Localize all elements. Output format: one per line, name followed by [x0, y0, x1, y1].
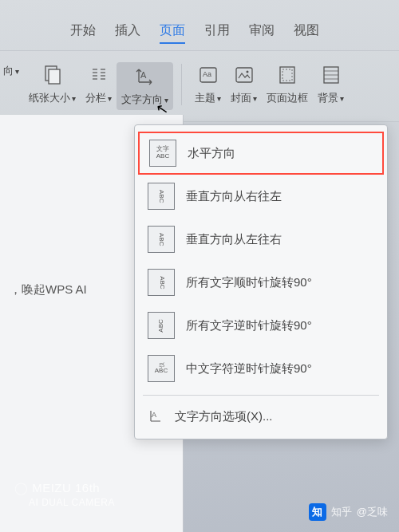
- chevron-down-icon: ▾: [108, 94, 112, 103]
- cover-button[interactable]: 封面▾: [226, 62, 262, 107]
- vertical-rtl-icon: ABC: [148, 183, 175, 210]
- toolbar-separator: [181, 64, 182, 105]
- chevron-down-icon: ▾: [164, 96, 168, 104]
- svg-rect-13: [236, 68, 252, 82]
- toolbar: 向▾ 纸张大小▾ 分栏▾ A 文字方向▾ Aa 主题▾: [0, 50, 399, 122]
- chevron-down-icon: ▾: [217, 94, 221, 103]
- background-icon: [320, 64, 342, 86]
- camera-sub: AI DUAL CAMERA: [29, 496, 115, 510]
- svg-rect-1: [49, 69, 60, 84]
- text-direction-button[interactable]: A 文字方向▾: [117, 62, 173, 110]
- ribbon-tabs: 开始 插入 页面 引用 审阅 视图: [0, 0, 399, 50]
- cover-icon: [233, 64, 255, 86]
- dd-label: 水平方向: [188, 146, 235, 161]
- paper-size-button[interactable]: 纸张大小▾: [24, 62, 81, 107]
- dropdown-separator: [143, 395, 379, 396]
- dd-horizontal[interactable]: 文字ABC 水平方向: [138, 132, 384, 175]
- tab-reference[interactable]: 引用: [204, 22, 230, 44]
- tab-page[interactable]: 页面: [160, 22, 185, 44]
- dd-vertical-ltr[interactable]: ABC 垂直方向从左往右: [135, 218, 387, 261]
- dd-label: 垂直方向从右往左: [186, 189, 282, 204]
- cjk-ccw-icon: 仅ABC: [148, 355, 175, 382]
- brand-text: ◯ MEIZU 16th: [14, 479, 115, 496]
- dd-vertical-rtl[interactable]: ABC 垂直方向从右往左: [135, 175, 387, 218]
- horizontal-icon: 文字ABC: [149, 140, 176, 167]
- zhihu-watermark: 知 知乎 @乏味: [309, 503, 388, 521]
- author-text: @乏味: [357, 505, 388, 519]
- chevron-down-icon: ▾: [340, 94, 344, 103]
- background-button[interactable]: 背景▾: [313, 62, 349, 107]
- paper-size-icon: [41, 64, 64, 86]
- svg-rect-16: [282, 69, 292, 81]
- rotate-ccw-icon: ABC: [148, 312, 175, 339]
- dd-label: 所有文字逆时针旋转90°: [186, 318, 312, 333]
- tab-review[interactable]: 审阅: [249, 22, 275, 44]
- rotate-cw-icon: ABC: [148, 269, 175, 296]
- columns-icon: [88, 64, 110, 86]
- theme-button[interactable]: Aa 主题▾: [190, 62, 226, 107]
- tab-insert[interactable]: 插入: [115, 22, 140, 44]
- doc-hint-text: ，唤起WPS AI: [10, 282, 87, 296]
- dd-label: 垂直方向从左往右: [186, 232, 282, 247]
- page-border-icon: [276, 64, 298, 86]
- svg-text:A: A: [152, 411, 156, 419]
- chevron-down-icon: ▾: [72, 94, 76, 103]
- camera-watermark: ◯ MEIZU 16th AI DUAL CAMERA: [14, 479, 115, 510]
- text-direction-options-icon: A: [148, 408, 164, 424]
- zhihu-logo-icon: 知: [309, 503, 326, 521]
- dd-options[interactable]: A 文字方向选项(X)...: [135, 400, 387, 432]
- svg-text:Aa: Aa: [203, 70, 211, 78]
- text-direction-dropdown: 文字ABC 水平方向 ABC 垂直方向从右往左 ABC 垂直方向从左往右 ABC…: [134, 124, 388, 439]
- dd-rotate-ccw[interactable]: ABC 所有文字逆时针旋转90°: [135, 304, 387, 347]
- tab-view[interactable]: 视图: [294, 22, 319, 44]
- dd-label: 中文字符逆时针旋转90°: [186, 361, 312, 376]
- dd-cjk-ccw[interactable]: 仅ABC 中文字符逆时针旋转90°: [135, 347, 387, 390]
- dd-label: 所有文字顺时针旋转90°: [186, 275, 312, 290]
- chevron-down-icon: ▾: [15, 67, 19, 76]
- vertical-ltr-icon: ABC: [148, 226, 175, 253]
- page-border-button[interactable]: 页面边框: [262, 62, 313, 107]
- columns-button[interactable]: 分栏▾: [81, 62, 117, 107]
- zhihu-text: 知乎: [331, 505, 352, 519]
- orientation-button[interactable]: 向▾: [3, 62, 24, 80]
- theme-icon: Aa: [197, 64, 219, 86]
- tab-start[interactable]: 开始: [70, 22, 96, 44]
- chevron-down-icon: ▾: [253, 94, 257, 103]
- dd-rotate-cw[interactable]: ABC 所有文字顺时针旋转90°: [135, 261, 387, 304]
- text-direction-icon: A: [134, 65, 156, 88]
- svg-point-14: [246, 71, 248, 73]
- dd-label: 文字方向选项(X)...: [175, 409, 273, 424]
